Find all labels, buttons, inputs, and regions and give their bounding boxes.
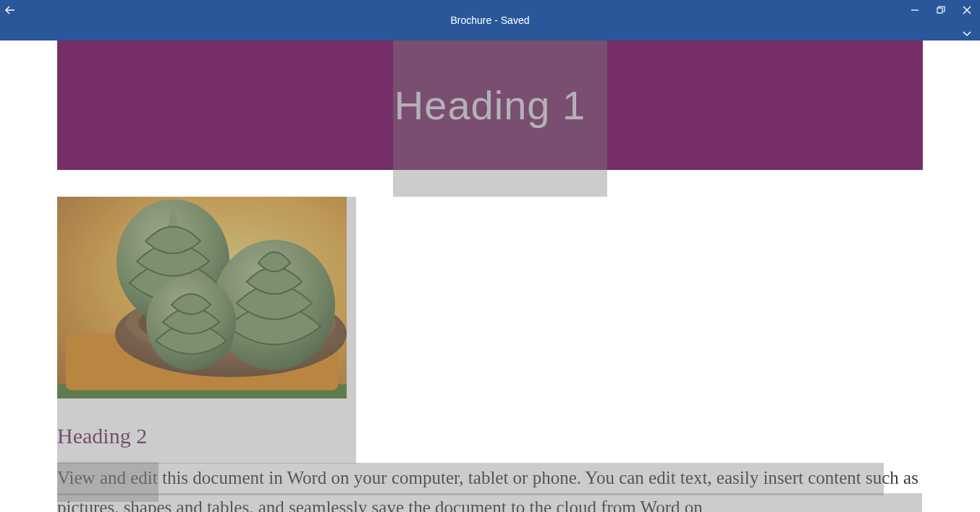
inline-image[interactable] [57, 197, 347, 398]
restore-icon [937, 6, 945, 14]
restore-button[interactable] [934, 3, 948, 17]
heading1-banner: Heading 1 [57, 40, 923, 170]
artichoke-image [57, 197, 347, 398]
window-controls [908, 0, 980, 17]
heading1-text[interactable]: Heading 1 [394, 82, 586, 129]
heading2-text[interactable]: Heading 2 [57, 424, 147, 448]
close-button[interactable] [960, 3, 974, 17]
back-arrow-icon [5, 5, 15, 15]
window-title: Brochure - Saved [0, 14, 980, 26]
document-canvas[interactable]: Heading 1 [0, 40, 980, 512]
svg-rect-1 [937, 8, 942, 13]
ribbon-toggle-button[interactable] [960, 26, 974, 40]
titlebar: Brochure - Saved [0, 0, 980, 40]
minimize-button[interactable] [908, 3, 922, 17]
chevron-down-icon [962, 30, 972, 37]
minimize-icon [911, 6, 919, 14]
close-icon [963, 6, 971, 14]
back-button[interactable] [3, 3, 17, 17]
body-paragraph[interactable]: View and edit this document in Word on y… [57, 463, 921, 512]
